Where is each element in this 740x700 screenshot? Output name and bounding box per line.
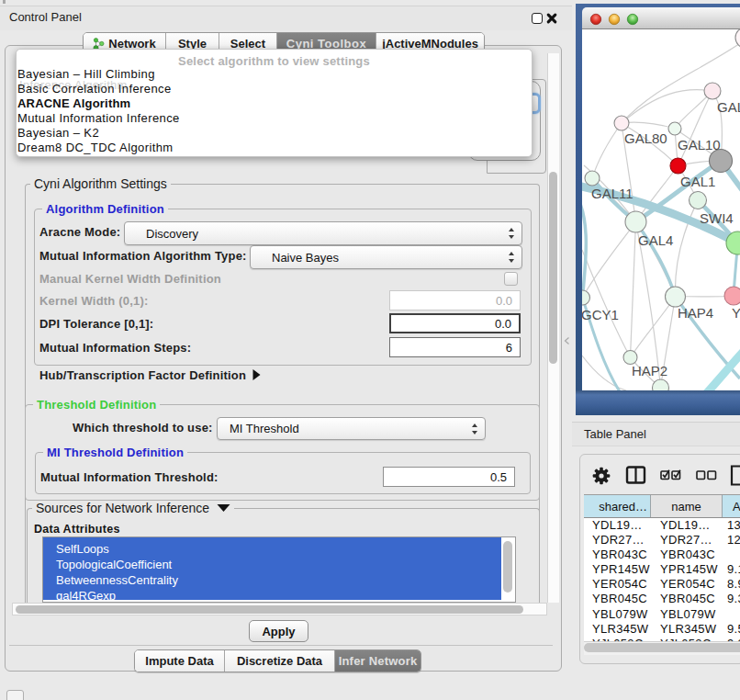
svg-text:SWI4: SWI4: [700, 210, 734, 226]
svg-text:GAL80: GAL80: [624, 130, 667, 146]
svg-text:GAL2: GAL2: [717, 99, 740, 115]
svg-text:GAL11: GAL11: [591, 186, 633, 201]
svg-text:GAL1: GAL1: [680, 174, 715, 189]
svg-text:HAP2: HAP2: [632, 363, 667, 378]
svg-text:HAP4: HAP4: [678, 305, 713, 321]
svg-text:GAL10: GAL10: [678, 137, 721, 152]
svg-text:GCY1: GCY1: [582, 307, 619, 322]
svg-text:GAL4: GAL4: [638, 232, 673, 248]
svg-text:Y: Y: [732, 305, 740, 321]
